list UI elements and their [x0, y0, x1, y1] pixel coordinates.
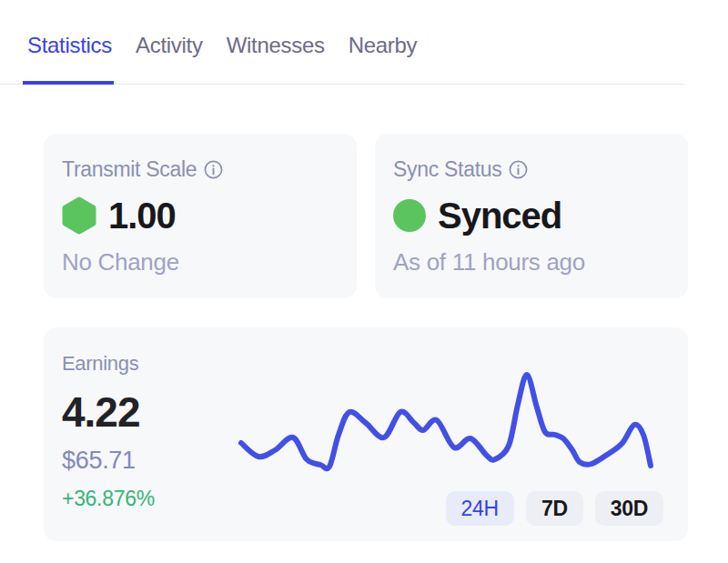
- tab-statistics[interactable]: Statistics: [27, 31, 112, 84]
- earnings-card: Earnings 4.22 $65.71 +36.876% 24H 7D 30D: [44, 327, 688, 541]
- transmit-scale-value-row: 1.00: [62, 196, 339, 236]
- transmit-scale-subtext: No Change: [62, 248, 339, 276]
- tab-bar: Statistics Activity Witnesses Nearby: [0, 0, 684, 85]
- sync-status-card: Sync Status Synced As of 11 hours ago: [375, 134, 688, 298]
- sync-status-label: Sync Status: [393, 157, 501, 182]
- tab-witnesses[interactable]: Witnesses: [227, 31, 325, 84]
- statistics-page: Statistics Activity Witnesses Nearby Tra…: [0, 0, 728, 541]
- sync-status-subtext: As of 11 hours ago: [393, 248, 670, 276]
- transmit-scale-card: Transmit Scale 1.00 No Change: [44, 134, 357, 298]
- sparkline-path: [241, 375, 651, 468]
- info-icon[interactable]: [509, 160, 528, 179]
- range-button-24h[interactable]: 24H: [446, 491, 514, 526]
- info-icon[interactable]: [204, 160, 223, 179]
- sync-status-header: Sync Status: [393, 157, 670, 182]
- transmit-scale-value: 1.00: [108, 196, 176, 236]
- tab-activity[interactable]: Activity: [136, 31, 203, 84]
- time-range-selector: 24H 7D 30D: [446, 491, 663, 526]
- transmit-scale-label: Transmit Scale: [62, 157, 197, 182]
- stat-cards-row: Transmit Scale 1.00 No Change Sync Statu…: [44, 134, 728, 298]
- sync-status-value: Synced: [438, 196, 561, 236]
- sync-status-value-row: Synced: [393, 196, 670, 236]
- transmit-scale-header: Transmit Scale: [62, 157, 339, 182]
- green-circle-icon: [393, 199, 426, 232]
- range-button-7d[interactable]: 7D: [526, 491, 583, 526]
- earnings-sparkline: [238, 371, 653, 473]
- hexagon-icon: [62, 196, 96, 235]
- range-button-30d[interactable]: 30D: [595, 491, 663, 526]
- tab-nearby[interactable]: Nearby: [349, 31, 418, 84]
